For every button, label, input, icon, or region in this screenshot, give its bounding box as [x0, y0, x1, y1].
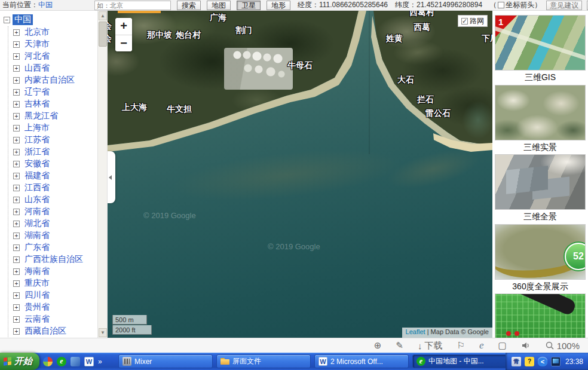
zoom-in-button[interactable]: +: [115, 18, 132, 35]
expand-icon[interactable]: +: [13, 233, 20, 239]
tray-chevron-icon[interactable]: <: [538, 357, 547, 366]
terrain-mode-button[interactable]: 地形: [267, 1, 290, 10]
taskbar-button-2 Microsoft Off...[interactable]: W2 Microsoft Off...: [314, 354, 409, 368]
sidebar-item-内蒙古自治区[interactable]: +内蒙古自治区: [8, 74, 107, 86]
ie-mode-icon[interactable]: e: [479, 340, 484, 351]
expand-icon[interactable]: +: [13, 113, 20, 120]
expand-icon[interactable]: +: [13, 89, 20, 96]
sidebar-item-湖北省[interactable]: +湖北省: [8, 218, 107, 230]
window-restore-icon[interactable]: ▢: [498, 340, 506, 351]
sidebar-item-重庆市[interactable]: +重庆市: [8, 277, 107, 289]
thumbnail-image[interactable]: 52: [495, 224, 586, 280]
display-tray-icon[interactable]: [551, 357, 561, 366]
expand-icon[interactable]: +: [13, 268, 20, 275]
sidebar-item-贵州省[interactable]: +贵州省: [8, 301, 107, 313]
panel-item-三维实景[interactable]: 三维实景: [495, 85, 586, 154]
expand-icon[interactable]: +: [13, 197, 20, 203]
expand-icon[interactable]: +: [13, 244, 20, 251]
download-button[interactable]: ↓ 下载: [418, 340, 443, 351]
note-pen-icon[interactable]: ✎: [396, 340, 403, 351]
scroll-up-icon[interactable]: ▲: [99, 11, 107, 20]
expand-icon[interactable]: +: [13, 209, 20, 215]
expand-icon[interactable]: +: [13, 304, 20, 311]
sidebar-item-福建省[interactable]: +福建省: [8, 170, 107, 182]
expand-icon[interactable]: +: [13, 256, 20, 263]
expand-icon[interactable]: +: [13, 65, 20, 72]
taskbar-button-Mixer[interactable]: Mixer: [118, 354, 213, 368]
browser-e-icon[interactable]: e: [57, 357, 66, 366]
thumbnail-image[interactable]: 1: [495, 15, 586, 71]
thumbnail-image[interactable]: [495, 85, 586, 140]
sidebar-item-浙江省[interactable]: +浙江省: [8, 146, 107, 158]
thumbnail-image[interactable]: [495, 154, 586, 210]
page-zoom-control[interactable]: 100%: [545, 341, 580, 351]
start-button[interactable]: 开始: [0, 353, 39, 370]
expand-icon[interactable]: +: [13, 41, 20, 48]
search-button[interactable]: 搜索: [177, 1, 201, 10]
zoom-out-button[interactable]: −: [115, 35, 132, 51]
expand-icon[interactable]: +: [13, 77, 20, 84]
speaker-icon[interactable]: [521, 341, 531, 350]
leaflet-link[interactable]: Leaflet: [406, 328, 425, 335]
sidebar-item-黑龙江省[interactable]: +黑龙江省: [8, 110, 107, 122]
expand-icon[interactable]: +: [13, 280, 20, 287]
sidebar-collapse-handle[interactable]: [108, 151, 115, 203]
sidebar-item-吉林省[interactable]: +吉林省: [8, 98, 107, 110]
expand-icon[interactable]: +: [13, 173, 20, 179]
pinwheel-app-icon[interactable]: [43, 357, 53, 366]
sidebar-item-江西省[interactable]: +江西省: [8, 182, 107, 194]
panel-item-bottom[interactable]: [495, 293, 586, 338]
search-input[interactable]: [94, 1, 171, 10]
roadnet-toggle[interactable]: 路网: [458, 15, 488, 27]
map-mode-button[interactable]: 地图: [207, 1, 231, 10]
sidebar-item-江苏省[interactable]: +江苏省: [8, 134, 107, 146]
thumbnail-image[interactable]: [495, 293, 586, 338]
ime-tray-icon[interactable]: 青: [512, 357, 521, 366]
feedback-button[interactable]: 意见建议: [546, 1, 582, 10]
satellite-mode-button[interactable]: 卫星: [237, 1, 261, 10]
sidebar-item-安徽省[interactable]: +安徽省: [8, 158, 107, 170]
expand-icon[interactable]: +: [13, 125, 20, 132]
sidebar-item-北京市[interactable]: +北京市: [8, 26, 107, 38]
expand-icon[interactable]: +: [13, 149, 20, 155]
sidebar-item-上海市[interactable]: +上海市: [8, 122, 107, 134]
taskbar-button-屏面文件[interactable]: 屏面文件: [216, 354, 311, 368]
sidebar-item-辽宁省[interactable]: +辽宁省: [8, 86, 107, 98]
app-icon[interactable]: [71, 357, 80, 366]
sidebar-item-天津市[interactable]: +天津市: [8, 38, 107, 50]
expand-icon[interactable]: +: [13, 53, 20, 60]
roadnet-checkbox[interactable]: [461, 18, 468, 25]
sidebar-item-西藏自治区[interactable]: +西藏自治区: [8, 325, 107, 337]
sidebar-item-云南省[interactable]: +云南省: [8, 313, 107, 325]
tree-root-china[interactable]: − 中国: [4, 13, 107, 26]
coord-arrow-checkbox[interactable]: [498, 2, 504, 8]
expand-icon[interactable]: +: [13, 292, 20, 299]
panel-item-三维GIS[interactable]: 1三维GIS: [495, 15, 586, 84]
flag-icon[interactable]: ⚐: [457, 340, 464, 351]
expand-icon[interactable]: +: [13, 221, 20, 227]
satellite-map[interactable]: 广海割门那中坡炮台村西葛村西葛姓黄下厂牛母石大石拦石雷公石上大海牛文担会会 © …: [108, 11, 492, 338]
panel-item-360度全景展示[interactable]: 52360度全景展示: [495, 224, 586, 293]
quick-launch-overflow-icon[interactable]: »: [98, 357, 102, 366]
sidebar-item-四川省[interactable]: +四川省: [8, 289, 107, 301]
expand-icon[interactable]: +: [13, 316, 20, 323]
sidebar-scrollbar[interactable]: ▲ ▼: [97, 11, 107, 338]
sidebar-item-山东省[interactable]: +山东省: [8, 194, 107, 206]
accelerator-icon[interactable]: ⊕: [374, 340, 382, 351]
sidebar-item-广西壮族自治区[interactable]: +广西壮族自治区: [8, 253, 107, 265]
taskbar-button-中国地图 - 中国...[interactable]: e中国地图 - 中国...: [412, 354, 507, 368]
expand-icon[interactable]: +: [13, 29, 20, 36]
expand-icon[interactable]: +: [13, 185, 20, 191]
collapse-icon[interactable]: −: [4, 17, 10, 23]
sidebar-item-湖南省[interactable]: +湖南省: [8, 230, 107, 241]
help-tray-icon[interactable]: ?: [525, 357, 534, 366]
expand-icon[interactable]: +: [13, 137, 20, 143]
current-location-link[interactable]: 中国: [38, 0, 53, 10]
tree-root-label[interactable]: 中国: [13, 14, 33, 25]
word-icon[interactable]: W: [84, 357, 94, 366]
expand-icon[interactable]: +: [13, 101, 20, 108]
expand-icon[interactable]: +: [13, 161, 20, 167]
scrollbar-thumb[interactable]: [99, 22, 107, 47]
scroll-down-icon[interactable]: ▼: [99, 328, 107, 337]
sidebar-item-广东省[interactable]: +广东省: [8, 241, 107, 253]
